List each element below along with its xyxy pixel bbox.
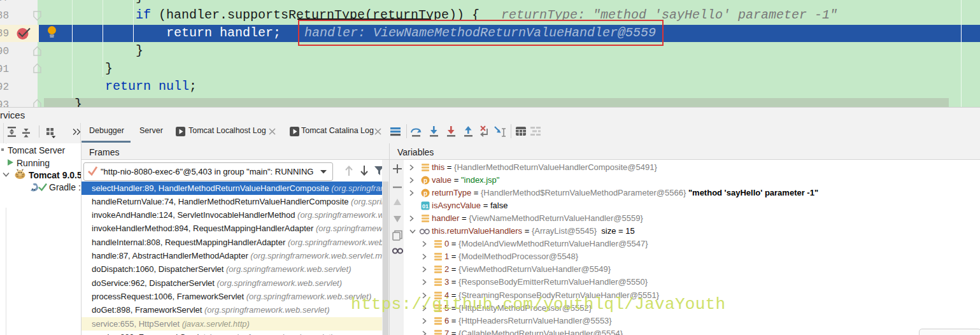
svg-text:01: 01 — [422, 203, 429, 209]
svg-text:p: p — [423, 177, 427, 184]
svg-text:p: p — [423, 190, 427, 197]
